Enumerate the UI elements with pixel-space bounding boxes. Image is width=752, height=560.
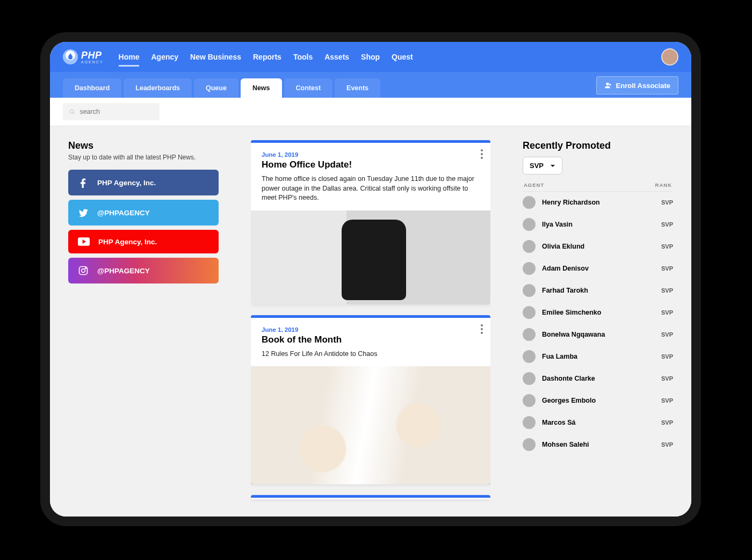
agent-row[interactable]: Emilee SimchenkoSVP: [523, 302, 673, 324]
news-card: [251, 495, 490, 499]
avatar: [523, 328, 536, 341]
agent-row[interactable]: Georges EmboloSVP: [523, 390, 673, 412]
sub-nav: Dashboard Leaderboards Queue News Contes…: [50, 72, 691, 98]
avatar: [523, 196, 536, 209]
social-youtube[interactable]: PHP Agency, Inc.: [68, 230, 219, 253]
agent-list: Henry RichardsonSVP Ilya VasinSVP Olivia…: [523, 192, 673, 456]
nav-home[interactable]: Home: [119, 43, 140, 71]
brand-sub: AGENCY: [81, 60, 104, 64]
youtube-icon: [78, 237, 90, 246]
avatar: [523, 262, 536, 275]
rank-selected: SVP: [530, 162, 544, 170]
svg-point-0: [70, 110, 74, 113]
avatar: [523, 372, 536, 385]
card-description: 12 Rules For Life An Antidote to Chaos: [262, 350, 480, 359]
news-subtitle: Stay up to date with all the latest PHP …: [68, 154, 219, 161]
avatar: [523, 306, 536, 319]
flame-icon: [63, 49, 78, 64]
user-avatar[interactable]: [661, 48, 678, 66]
nav-agency[interactable]: Agency: [151, 43, 178, 71]
subtab-news[interactable]: News: [241, 78, 282, 98]
twitter-icon: [78, 207, 89, 218]
svg-point-5: [85, 268, 86, 269]
card-description: The home office is closed again on Tuesd…: [262, 174, 480, 203]
news-card: June 1, 2019 Book of the Month 12 Rules …: [251, 315, 490, 485]
subtab-dashboard[interactable]: Dashboard: [63, 78, 121, 98]
rank-select[interactable]: SVP: [523, 157, 562, 174]
agent-row[interactable]: Bonelwa NgqawanaSVP: [523, 324, 673, 346]
social-twitter[interactable]: @PHPAGENCY: [68, 200, 219, 226]
promoted-heading: Recently Promoted: [523, 140, 673, 151]
caret-down-icon: [550, 163, 555, 169]
agent-row[interactable]: Marcos SáSVP: [523, 412, 673, 434]
social-label: @PHPAGENCY: [97, 267, 150, 275]
card-more-menu[interactable]: [481, 324, 483, 334]
agent-table-header: AGENT RANK: [523, 182, 673, 192]
enroll-associate-button[interactable]: Enroll Associate: [596, 76, 678, 94]
agent-row[interactable]: Farhad TarokhSVP: [523, 280, 673, 302]
search-input[interactable]: [79, 108, 153, 115]
card-more-menu[interactable]: [481, 149, 483, 159]
agent-row[interactable]: Ilya VasinSVP: [523, 214, 673, 236]
svg-point-4: [82, 269, 85, 273]
avatar: [523, 350, 536, 363]
subtab-contest[interactable]: Contest: [284, 78, 333, 98]
nav-assets[interactable]: Assets: [324, 43, 349, 71]
avatar: [523, 218, 536, 231]
svg-line-1: [73, 112, 75, 114]
nav-reports[interactable]: Reports: [253, 43, 281, 71]
avatar: [523, 394, 536, 407]
social-instagram[interactable]: @PHPAGENCY: [68, 258, 219, 283]
social-label: @PHPAGENCY: [97, 209, 150, 217]
card-date: June 1, 2019: [262, 151, 480, 158]
agent-row[interactable]: Mohsen SalehiSVP: [523, 434, 673, 456]
card-title: Book of the Month: [262, 334, 480, 345]
avatar: [523, 284, 536, 297]
agent-row[interactable]: Henry RichardsonSVP: [523, 192, 673, 214]
card-date: June 1, 2019: [262, 326, 480, 333]
enroll-label: Enroll Associate: [616, 82, 670, 90]
col-rank: RANK: [655, 182, 672, 188]
card-title: Home Office Update!: [262, 159, 480, 170]
promoted-sidebar: Recently Promoted SVP AGENT RANK Henry R…: [523, 140, 673, 503]
avatar: [523, 438, 536, 451]
instagram-icon: [78, 265, 89, 276]
facebook-icon: [78, 177, 89, 188]
content-grid: News Stay up to date with all the latest…: [50, 126, 691, 517]
search-icon: [69, 108, 75, 115]
subtab-events[interactable]: Events: [335, 78, 380, 98]
search-box[interactable]: [63, 103, 160, 120]
search-strip: [50, 98, 691, 126]
card-image: [251, 210, 490, 304]
nav-new-business[interactable]: New Business: [190, 43, 241, 71]
card-image: [251, 366, 490, 484]
subtab-leaderboards[interactable]: Leaderboards: [124, 78, 192, 98]
top-bar: PHP AGENCY Home Agency New Business Repo…: [50, 42, 691, 72]
avatar: [523, 240, 536, 253]
tablet-frame: PHP AGENCY Home Agency New Business Repo…: [40, 32, 701, 526]
agent-row[interactable]: Adam DenisovSVP: [523, 258, 673, 280]
social-facebook[interactable]: PHP Agency, Inc.: [68, 170, 219, 195]
avatar: [523, 416, 536, 429]
nav-tools[interactable]: Tools: [293, 43, 313, 71]
app-screen: PHP AGENCY Home Agency New Business Repo…: [50, 42, 691, 517]
brand-name: PHP: [81, 50, 102, 61]
agent-row[interactable]: Dashonte ClarkeSVP: [523, 368, 673, 390]
nav-shop[interactable]: Shop: [361, 43, 380, 71]
user-plus-icon: [604, 81, 613, 90]
news-card: June 1, 2019 Home Office Update! The hom…: [251, 140, 490, 304]
social-label: PHP Agency, Inc.: [97, 179, 156, 187]
news-heading: News: [68, 140, 219, 151]
agent-row[interactable]: Olivia EklundSVP: [523, 236, 673, 258]
nav-quest[interactable]: Quest: [392, 43, 413, 71]
social-label: PHP Agency, Inc.: [98, 238, 157, 246]
agent-row[interactable]: Fua LambaSVP: [523, 346, 673, 368]
subtab-queue[interactable]: Queue: [194, 78, 238, 98]
brand-logo[interactable]: PHP AGENCY: [63, 49, 104, 64]
news-feed: June 1, 2019 Home Office Update! The hom…: [251, 140, 490, 503]
main-nav: Home Agency New Business Reports Tools A…: [119, 43, 413, 71]
col-agent: AGENT: [524, 182, 544, 188]
news-sidebar: News Stay up to date with all the latest…: [68, 140, 219, 503]
